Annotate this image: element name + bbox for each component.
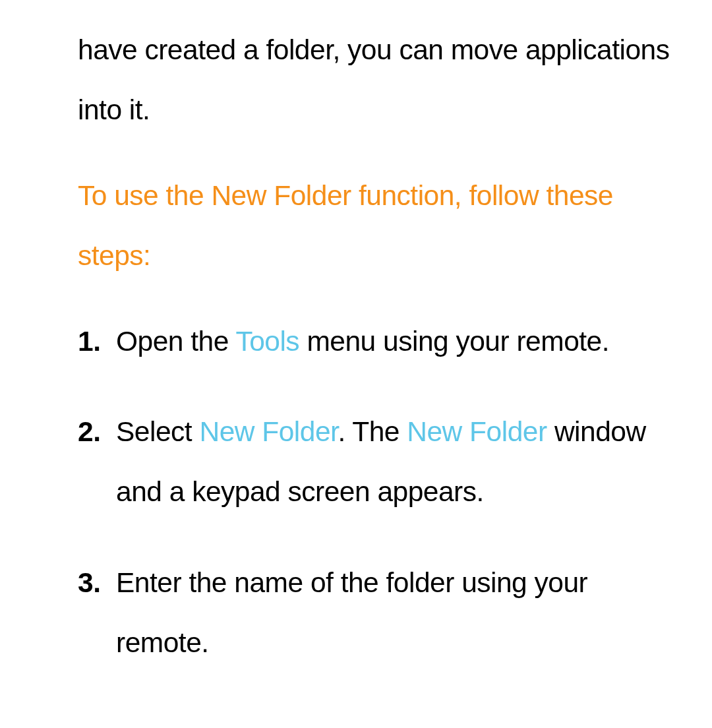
step-text-fragment: menu using your remote. [299,326,609,357]
step-number: 3. [78,553,112,613]
highlighted-term: New Folder [199,416,338,447]
step-text-fragment: . The [338,416,407,447]
highlighted-term: New Folder [407,416,547,447]
intro-text: have created a folder, you can move appl… [78,20,679,140]
step-number: 1. [78,311,112,371]
step-text: Open the Tools menu using your remote. [116,326,609,357]
step-text-fragment: Open the [116,326,235,357]
highlighted-term: Tools [235,326,299,357]
step-number: 2. [78,402,112,462]
step-item: 2.Select New Folder. The New Folder wind… [78,402,679,522]
section-heading: To use the New Folder function, follow t… [78,166,679,286]
step-text: Enter the name of the folder using your … [116,567,587,658]
step-text-fragment: Select [116,416,199,447]
step-text: Select New Folder. The New Folder window… [116,416,646,507]
step-item: 3.Enter the name of the folder using you… [78,553,679,673]
steps-list: 1.Open the Tools menu using your remote.… [78,311,679,673]
step-text-fragment: Enter the name of the folder using your … [116,567,587,658]
step-item: 1.Open the Tools menu using your remote. [78,311,679,371]
